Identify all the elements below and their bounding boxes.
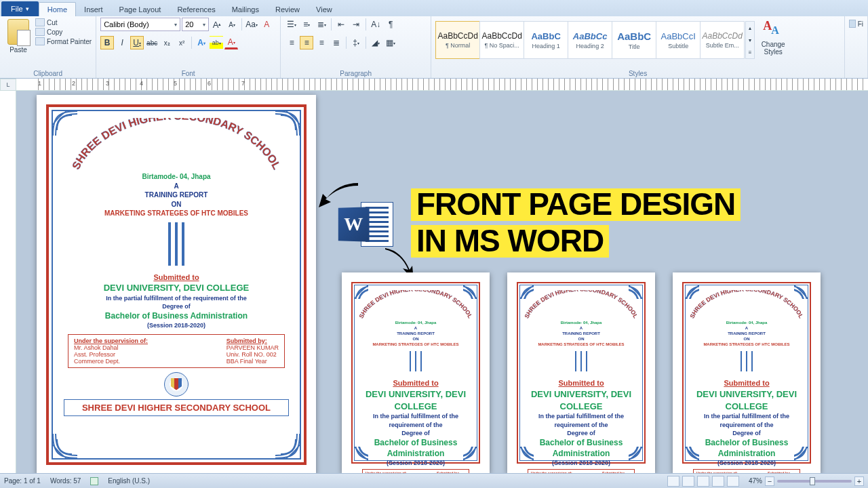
doc-degree: Degree of <box>57 302 296 310</box>
change-case-button[interactable]: Aa▾ <box>245 18 258 31</box>
view-web-layout-button[interactable] <box>697 476 709 487</box>
justify-button[interactable]: ≣ <box>330 36 343 49</box>
style-title[interactable]: AaBbCTitle <box>612 21 656 59</box>
wordart-arch[interactable]: SHREE DEVI HIGHER SECONDARY SCHOOL <box>357 290 475 320</box>
highlight-button[interactable]: ab▾ <box>210 36 223 49</box>
zoom-slider[interactable] <box>777 480 852 483</box>
italic-button[interactable]: I <box>115 36 129 49</box>
font-size-combo[interactable]: 20 <box>182 18 209 31</box>
wordart-arch[interactable]: SHREE DEVI HIGHER SECONDARY SCHOOL <box>57 118 296 172</box>
underline-button[interactable]: U▾ <box>130 36 144 49</box>
document-thumb-2: SHREE DEVI HIGHER SECONDARY SCHOOL Birta… <box>507 272 655 473</box>
style-heading-1[interactable]: AaBbCHeading 1 <box>524 21 568 59</box>
ruler-corner[interactable]: L <box>0 79 16 91</box>
doc-a: A <box>522 325 640 331</box>
status-language[interactable]: English (U.S.) <box>108 477 150 485</box>
shrink-font-button[interactable]: A▾ <box>225 18 239 31</box>
status-words[interactable]: Words: 57 <box>50 477 81 485</box>
zoom-in-button[interactable]: + <box>854 476 864 486</box>
page-outer-border: SHREE DEVI HIGHER SECONDARY SCHOOL Birta… <box>351 282 480 464</box>
group-editing: Fi <box>845 16 868 78</box>
headline-line-2: IN MS WORD <box>411 225 609 258</box>
zoom-thumb[interactable] <box>810 477 815 485</box>
find-button[interactable]: Fi <box>849 19 863 28</box>
tab-view[interactable]: View <box>308 3 340 16</box>
format-painter-button[interactable]: Format Painter <box>35 37 92 46</box>
brush-icon <box>35 37 45 45</box>
bold-button[interactable]: B <box>100 36 114 49</box>
increase-indent-button[interactable]: ⇥ <box>349 18 363 31</box>
zoom-level[interactable]: 47% <box>749 477 762 485</box>
tab-page-layout[interactable]: Page Layout <box>111 3 170 16</box>
tab-review[interactable]: Review <box>267 3 308 16</box>
doc-session: (Session 2018-2020) <box>688 459 806 467</box>
borders-button[interactable]: ▦▾ <box>384 36 397 49</box>
page-inner-border: SHREE DEVI HIGHER SECONDARY SCHOOL Birta… <box>685 285 808 461</box>
document-canvas[interactable]: SHREE DEVI HIGHER SECONDARY SCHOOL Birta… <box>16 91 868 473</box>
tab-insert[interactable]: Insert <box>76 3 111 16</box>
paste-label: Paste <box>4 46 33 54</box>
styles-scroll[interactable]: ▴▾≡ <box>745 21 755 59</box>
align-right-button[interactable]: ≡ <box>315 36 328 49</box>
vertical-ruler[interactable] <box>0 91 16 473</box>
text-effects-button[interactable]: A▾ <box>195 36 208 49</box>
line-spacing-button[interactable]: ‡▾ <box>349 36 363 49</box>
tab-references[interactable]: References <box>169 3 223 16</box>
tab-file[interactable]: File <box>1 1 39 16</box>
doc-a: A <box>57 182 296 191</box>
numbering-button[interactable]: ≡▾ <box>300 18 313 31</box>
strikethrough-button[interactable]: abc <box>145 36 159 49</box>
change-styles-icon: AA <box>763 19 783 39</box>
show-hide-button[interactable]: ¶ <box>384 18 397 31</box>
zoom-out-button[interactable]: − <box>765 476 774 486</box>
decrease-indent-button[interactable]: ⇤ <box>334 18 348 31</box>
corner-ornament-icon <box>629 447 644 462</box>
grow-font-button[interactable]: A▴ <box>210 18 224 31</box>
tab-mailings[interactable]: Mailings <box>224 3 267 16</box>
corner-ornament-icon <box>519 447 534 462</box>
view-draft-button[interactable] <box>727 476 739 487</box>
view-full-screen-button[interactable] <box>682 476 694 487</box>
align-left-button[interactable]: ≡ <box>285 36 298 49</box>
doc-college: DEVI UNIVERSITY, DEVI COLLEGE <box>57 282 296 294</box>
style-heading-2[interactable]: AaBbCcHeading 2 <box>568 21 612 59</box>
style-no-spacing[interactable]: AaBbCcDd¶ No Spaci... <box>479 21 524 59</box>
style-normal[interactable]: AaBbCcDd¶ Normal <box>435 21 480 59</box>
status-page[interactable]: Page: 1 of 1 <box>4 477 41 485</box>
document-page-main[interactable]: SHREE DEVI HIGHER SECONDARY SCHOOL Birta… <box>37 95 316 473</box>
page-inner-border: SHREE DEVI HIGHER SECONDARY SCHOOL Birta… <box>52 110 301 460</box>
cut-button[interactable]: Cut <box>35 18 92 27</box>
font-color-button[interactable]: A▾ <box>224 36 238 49</box>
doc-training: TRAINING REPORT <box>357 331 475 336</box>
font-label: Font <box>100 70 276 78</box>
multilevel-button[interactable]: ≣▾ <box>315 18 328 31</box>
view-outline-button[interactable] <box>712 476 724 487</box>
wordart-arch[interactable]: SHREE DEVI HIGHER SECONDARY SCHOOL <box>522 290 640 320</box>
align-center-button[interactable]: ≡ <box>300 36 313 49</box>
view-print-layout-button[interactable] <box>667 476 679 487</box>
paste-button[interactable]: Paste <box>4 18 33 54</box>
style-subtitle[interactable]: AaBbCcISubtitle <box>656 21 701 59</box>
doc-on: ON <box>357 336 475 342</box>
doc-training: TRAINING REPORT <box>688 331 806 336</box>
find-icon <box>849 20 856 28</box>
doc-bba: Bachelor of Business Administration <box>688 437 806 459</box>
subscript-button[interactable]: x₂ <box>160 36 174 49</box>
proofing-icon[interactable] <box>90 477 98 485</box>
doc-bba: Bachelor of Business Administration <box>357 437 475 459</box>
style-subtle-em[interactable]: AaBbCcDdSubtle Em... <box>700 21 745 59</box>
styles-gallery[interactable]: AaBbCcDd¶ Normal AaBbCcDd¶ No Spaci... A… <box>435 18 755 62</box>
change-styles-button[interactable]: AA Change Styles <box>757 18 789 56</box>
wordart-arch[interactable]: SHREE DEVI HIGHER SECONDARY SCHOOL <box>688 290 806 320</box>
bullets-button[interactable]: ☰▾ <box>285 18 298 31</box>
clear-formatting-button[interactable]: A <box>260 18 273 31</box>
horizontal-ruler[interactable]: 1234567 <box>16 79 868 91</box>
doc-partial: In the partial fulfillment of the requir… <box>522 412 640 428</box>
tab-home[interactable]: Home <box>39 2 76 16</box>
sort-button[interactable]: A↓ <box>369 18 382 31</box>
copy-button[interactable]: Copy <box>35 27 92 37</box>
document-thumb-3: SHREE DEVI HIGHER SECONDARY SCHOOL Birta… <box>673 272 821 473</box>
superscript-button[interactable]: x² <box>175 36 189 49</box>
font-name-combo[interactable]: Calibri (Body) <box>100 18 180 31</box>
shading-button[interactable]: ◢▾ <box>369 36 382 49</box>
